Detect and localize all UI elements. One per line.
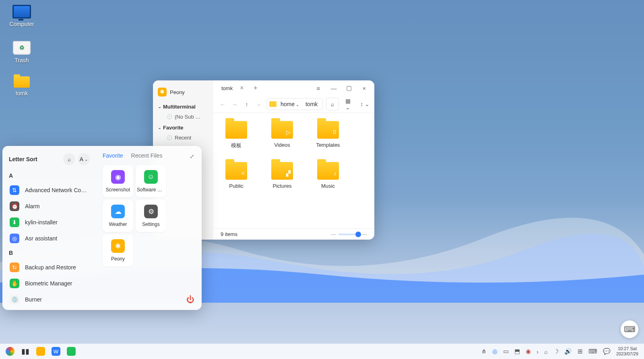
search-button[interactable]: ⌕ <box>326 98 339 111</box>
app-row[interactable]: 💿Burner <box>9 291 90 308</box>
folder-item[interactable]: Videos <box>267 121 297 149</box>
breadcrumb: home tomk <box>266 98 323 110</box>
desktop-icon-trash[interactable]: Trash <box>6 41 38 64</box>
search-icon: ⌕ <box>68 156 71 162</box>
app-icon: ◎ <box>10 234 19 243</box>
folder-icon <box>271 121 293 139</box>
folder-label: Pictures <box>267 183 297 189</box>
favorite-icon: ◉ <box>111 170 125 184</box>
taskbar-app-wps[interactable]: W <box>52 347 60 356</box>
desktop-icon-label: Computer <box>6 21 38 27</box>
tray-search-icon[interactable]: ⌕ <box>544 348 548 355</box>
sidebar-group-favorite[interactable]: Favorite <box>158 125 208 131</box>
app-letter-header[interactable]: A <box>9 172 90 179</box>
sidebar-item-recent[interactable]: Recent <box>158 132 208 143</box>
tray-update-icon[interactable]: ⬒ <box>514 348 520 355</box>
tray-security-icon[interactable]: ◉ <box>526 348 531 355</box>
desktop-icon-home[interactable]: tomk <box>6 76 38 96</box>
sidebar-group-multiterminal[interactable]: Multiterminal <box>158 104 208 110</box>
hamburger-icon[interactable]: ≡ <box>312 85 325 92</box>
app-icon: ⏰ <box>10 201 19 211</box>
app-label: Asr assistant <box>25 235 89 242</box>
tray-expand-icon[interactable]: › <box>537 348 539 355</box>
tray-volume-icon[interactable]: 🔊 <box>564 348 572 355</box>
folder-icon <box>225 121 247 139</box>
breadcrumb-tomk[interactable]: tomk <box>303 100 320 108</box>
tray-battery-icon[interactable]: ▭ <box>503 348 509 355</box>
desktop-icon-computer[interactable]: Computer <box>6 5 38 27</box>
favorite-tile[interactable]: ☺Software S… <box>136 165 166 197</box>
favorite-label: Peony <box>111 256 125 262</box>
keyboard-icon: ⌨ <box>624 324 636 334</box>
sort-label: Letter Sort <box>9 156 37 162</box>
favorite-label: Weather <box>109 222 127 227</box>
power-button[interactable]: ⏻ <box>186 295 194 304</box>
app-row[interactable]: ◎Asr assistant <box>9 230 90 246</box>
nav-back-button[interactable]: ← <box>218 101 227 108</box>
letter-sort-button[interactable]: A ⌄ <box>78 153 90 165</box>
favorite-tile[interactable]: ✱Peony <box>103 234 133 267</box>
folder-item[interactable]: Templates <box>313 121 343 149</box>
taskview-button[interactable]: ▮▮ <box>21 347 30 356</box>
folder-item[interactable]: Music <box>313 162 343 189</box>
tray-notification-icon[interactable]: 💬 <box>603 348 611 355</box>
app-icon: 💿 <box>10 295 19 304</box>
folder-label: Public <box>221 183 251 189</box>
close-button[interactable]: × <box>357 85 371 92</box>
expand-icon[interactable]: ⤢ <box>190 153 194 160</box>
app-letter-header[interactable]: B <box>9 250 90 256</box>
file-grid: 模板 Videos Templates Public Pictures Musi… <box>213 113 374 228</box>
favorite-icon: ☺ <box>144 170 158 184</box>
app-row[interactable]: ⬇kylin-installer <box>9 214 90 230</box>
folder-icon <box>14 76 30 88</box>
onscreen-keyboard-button[interactable]: ⌨ <box>621 320 638 338</box>
zoom-slider[interactable]: — — <box>331 231 367 237</box>
tab-close-icon[interactable]: × <box>240 84 244 92</box>
favorite-icon: ☁ <box>111 205 125 218</box>
maximize-button[interactable]: ▢ <box>342 84 356 92</box>
tray-keyboard-icon[interactable]: ⌨ <box>588 348 597 355</box>
favorite-label: Software S… <box>137 187 165 193</box>
nav-more-button[interactable]: › <box>254 101 263 108</box>
folder-icon <box>317 121 339 139</box>
item-count: 9 items <box>221 231 237 237</box>
favorite-tile[interactable]: ◉Screenshot <box>103 165 133 197</box>
peony-app-icon <box>158 88 167 96</box>
nav-up-button[interactable]: ↑ <box>242 101 251 108</box>
app-icon: ⬇ <box>10 217 19 227</box>
app-row[interactable]: ⇅Advanced Network Configura… <box>9 182 90 198</box>
app-row[interactable]: ⏰Alarm <box>9 198 90 214</box>
tab-new-button[interactable]: + <box>250 82 261 94</box>
peony-tab[interactable]: tomk × <box>217 82 249 94</box>
peony-toolbar: ← → ↑ › home tomk ⌕ ▦ ⌄ ↕ ⌄ <box>213 96 374 113</box>
sidebar-item-nosub[interactable]: (No Sub … <box>158 111 208 122</box>
folder-item[interactable]: Pictures <box>267 162 297 189</box>
sort-button[interactable]: ↕ ⌄ <box>360 101 369 107</box>
tray-network-icon[interactable]: ⊞ <box>578 348 583 355</box>
nav-forward-button[interactable]: → <box>230 101 239 108</box>
breadcrumb-home[interactable]: home <box>278 100 301 108</box>
tab-recent[interactable]: Recent Files <box>131 152 163 159</box>
view-mode-button[interactable]: ▦ ⌄ <box>345 98 357 111</box>
tray-apps-icon[interactable]: ⋔ <box>481 348 487 355</box>
favorite-tile[interactable]: ⚙Settings <box>136 200 166 232</box>
app-row[interactable]: ✋Biometric Manager <box>9 275 90 291</box>
tab-favorite[interactable]: Favorite <box>103 152 123 159</box>
app-label: Backup and Restore <box>25 264 89 271</box>
folder-item[interactable]: 模板 <box>221 121 251 149</box>
folder-label: Music <box>313 183 343 189</box>
taskbar-app-software[interactable] <box>67 347 76 356</box>
favorite-grid: ◉Screenshot☺Software S…☁Weather⚙Settings… <box>103 165 195 267</box>
app-label: Alarm <box>25 203 89 209</box>
favorite-tile[interactable]: ☁Weather <box>103 200 133 232</box>
folder-item[interactable]: Public <box>221 162 251 189</box>
start-button[interactable] <box>6 347 14 356</box>
tray-shield-icon[interactable]: ◎ <box>492 348 497 355</box>
taskbar-app-peony[interactable] <box>36 347 45 356</box>
app-row[interactable]: ↻Backup and Restore <box>9 259 90 275</box>
search-button[interactable]: ⌕ <box>63 153 75 165</box>
tray-night-icon[interactable]: ☽ <box>553 348 559 355</box>
minimize-button[interactable]: — <box>327 85 341 92</box>
taskbar-clock[interactable]: 10:27 Sat 2023/07/29 <box>616 346 638 357</box>
folder-icon <box>317 162 339 180</box>
